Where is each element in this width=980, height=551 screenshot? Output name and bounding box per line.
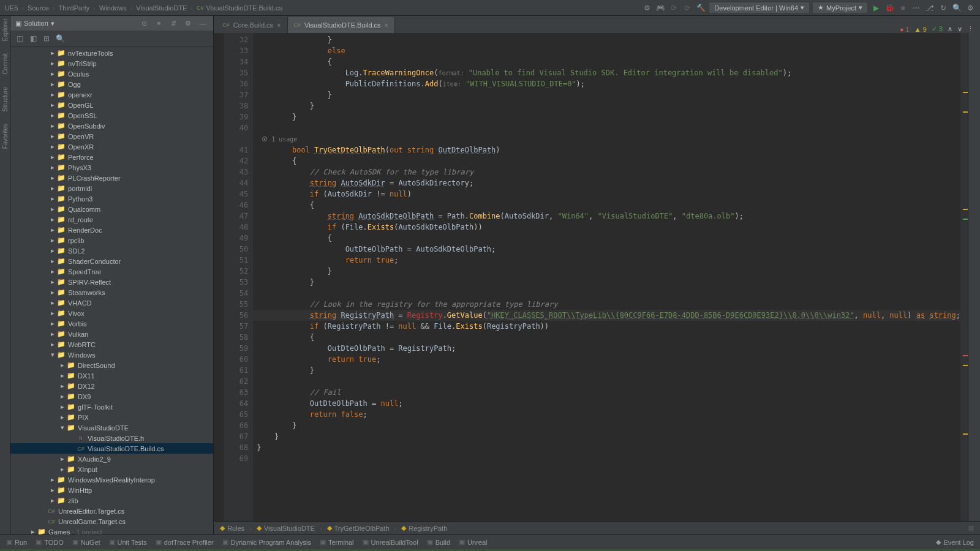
nav-down-icon[interactable]: ∨ [957, 25, 962, 33]
tree-node[interactable]: ▸📁OpenXR [10, 141, 213, 152]
tree-node[interactable]: ▸📁SPIRV-Reflect [10, 277, 213, 287]
refresh-icon[interactable]: ↻ [938, 3, 948, 13]
tree-node[interactable]: ▸📁Qualcomm [10, 204, 213, 214]
line-gutter[interactable]: 3233343536373839404142434445464748495051… [224, 33, 253, 521]
layout-icon[interactable]: ⊞ [968, 524, 974, 532]
tool-build[interactable]: ▣ Build [427, 538, 450, 546]
tree-node[interactable]: ▸📁DirectSound [10, 360, 213, 370]
tool2-icon[interactable]: ◧ [28, 33, 39, 44]
tree-node[interactable]: ▸📁XAudio2_9 [10, 454, 213, 464]
git-icon[interactable]: ⎇ [925, 3, 935, 13]
config-selector[interactable]: Development Editor | Win64 ▾ [709, 2, 809, 13]
tree-node[interactable]: ▸📁nvTextureTools [10, 48, 213, 58]
error-stripe[interactable] [960, 33, 968, 521]
bug-icon[interactable]: 🐞 [884, 3, 894, 13]
breadcrumb-item[interactable]: Windows [99, 4, 127, 12]
tool1-icon[interactable]: ◫ [14, 33, 25, 44]
tree-node[interactable]: ▸📁glTF-Toolkit [10, 402, 213, 412]
tree-node[interactable]: ▸📁OpenSubdiv [10, 121, 213, 131]
solution-header[interactable]: ▣ Solution ▾ ⊙ ≡ ⇵ ⚙ — [10, 16, 213, 31]
tree-node[interactable]: ▸📁DX9 [10, 391, 213, 402]
tree-node[interactable]: ▸📁rd_route [10, 214, 213, 225]
tree-node[interactable]: ▸📁portmidi [10, 183, 213, 193]
controller-icon[interactable]: 🎮 [655, 3, 665, 13]
tool-terminal[interactable]: ▣ Terminal [320, 538, 354, 546]
gear2-icon[interactable]: ⚙ [183, 18, 194, 29]
error-count[interactable]: ● 1 [900, 26, 910, 33]
tree-node[interactable]: ▸📁Vorbis [10, 318, 213, 329]
tool-unrealbuildtool[interactable]: ▣ UnrealBuildTool [363, 538, 418, 546]
solution-tree[interactable]: ▸📁nvTextureTools▸📁nvTriStrip▸📁Oculus▸📁Og… [10, 47, 213, 534]
tree-node[interactable]: ▸📁WebRTC [10, 339, 213, 350]
tool3-icon[interactable]: ⊞ [41, 33, 52, 44]
tree-node[interactable]: ▸📁DX11 [10, 370, 213, 381]
sync-icon[interactable]: ⟳ [669, 3, 679, 13]
tree-node[interactable]: ▸📁SpeedTree [10, 266, 213, 277]
more2-icon[interactable]: ⋮ [967, 25, 974, 33]
tree-node[interactable]: ▸📁WindowsMixedRealityInterop [10, 474, 213, 485]
pass-count[interactable]: ✓ 3 [932, 25, 943, 33]
tool-dynamic-program-analysis[interactable]: ▣ Dynamic Program Analysis [222, 538, 311, 546]
tree-node[interactable]: hVisualStudioDTE.h [10, 433, 213, 443]
tree-node[interactable]: ▸📁DX12 [10, 381, 213, 391]
tree-node[interactable]: ▸📁XInput [10, 464, 213, 474]
code-bc-item[interactable]: ◆ VisualStudioDTE [257, 524, 315, 532]
editor-tab[interactable]: C#VisualStudioDTE.Build.cs× [288, 17, 395, 33]
code-bc-item[interactable]: ◆ TryGetDteOlbPath [327, 524, 390, 532]
tree-node[interactable]: ▸📁Steamworks [10, 287, 213, 298]
tool-unit-tests[interactable]: ▣ Unit Tests [109, 538, 147, 546]
more-icon[interactable]: ⋯ [911, 3, 921, 13]
code-breadcrumb[interactable]: ◆ Rules›◆ VisualStudioDTE›◆ TryGetDteOlb… [214, 521, 980, 534]
tree-node[interactable]: ▸📁openexr [10, 89, 213, 100]
stop-icon[interactable]: ■ [898, 3, 908, 13]
tree-node[interactable]: ▸📁PIX [10, 412, 213, 422]
tree-node[interactable]: ▸📁zlib [10, 495, 213, 506]
rail-structure[interactable]: Structure [2, 87, 9, 112]
settings2-icon[interactable]: ⚙ [965, 3, 975, 13]
editor-tab[interactable]: C#Core.Build.cs× [216, 17, 287, 33]
tree-node[interactable]: ▸📁Games · 1 project [10, 527, 213, 534]
minimize-icon[interactable]: — [197, 18, 208, 29]
search2-icon[interactable]: 🔍 [55, 33, 66, 44]
nav-up-icon[interactable]: ∧ [948, 25, 952, 33]
tree-node[interactable]: ▸📁Ogg [10, 79, 213, 89]
tree-node[interactable]: ▸📁PhysX3 [10, 162, 213, 173]
event-log[interactable]: ◆ Event Log [936, 538, 974, 546]
tab-close-icon[interactable]: × [385, 21, 388, 29]
tree-node[interactable]: ▸📁OpenGL [10, 100, 213, 110]
tree-node[interactable]: C#VisualStudioDTE.Build.cs [10, 443, 213, 454]
play-icon[interactable]: ▶ [871, 3, 881, 13]
breadcrumb-item[interactable]: UE5 [5, 4, 18, 12]
tree-node[interactable]: ▸📁ShaderConductor [10, 256, 213, 266]
tree-node[interactable]: C#UnrealGame.Target.cs [10, 516, 213, 527]
tree-node[interactable]: ▾📁VisualStudioDTE [10, 422, 213, 433]
warn-count[interactable]: ▲ 9 [914, 26, 927, 33]
tool-run[interactable]: ▣ Run [6, 538, 27, 546]
search-icon[interactable]: 🔍 [952, 3, 962, 13]
tree-node[interactable]: ▸📁SDL2 [10, 246, 213, 256]
expand-icon[interactable]: ≡ [153, 18, 164, 29]
sync2-icon[interactable]: ⟳ [682, 3, 692, 13]
tree-node[interactable]: ▸📁rpclib [10, 235, 213, 246]
tree-node[interactable]: ▸📁WinHttp [10, 485, 213, 495]
breadcrumb-item[interactable]: VisualStudioDTE [136, 4, 187, 12]
rail-explorer[interactable]: Explorer [2, 18, 9, 41]
tab-close-icon[interactable]: × [277, 21, 281, 29]
breadcrumb-item[interactable]: Source [28, 4, 49, 12]
rail-favorites[interactable]: Favorites [2, 124, 9, 149]
tree-node[interactable]: ▾📁Windows [10, 350, 213, 360]
tree-node[interactable]: ▸📁Vivox [10, 308, 213, 318]
tool-unreal[interactable]: ▣ Unreal [459, 538, 487, 546]
code-bc-item[interactable]: ◆ Rules [220, 524, 244, 532]
tree-node[interactable]: ▸📁Python3 [10, 193, 213, 204]
tree-node[interactable]: ▸📁Oculus [10, 69, 213, 79]
tree-node[interactable]: ▸📁RenderDoc [10, 225, 213, 235]
hammer-icon[interactable]: 🔨 [696, 3, 706, 13]
breadcrumb-item[interactable]: ThirdParty [59, 4, 90, 12]
tool-todo[interactable]: ▣ TODO [36, 538, 64, 546]
code-bc-item[interactable]: ◆ RegistryPath [401, 524, 447, 532]
tree-node[interactable]: ▸📁OpenSSL [10, 110, 213, 121]
target-icon[interactable]: ⊙ [138, 18, 149, 29]
tool-nuget[interactable]: ▣ NuGet [72, 538, 100, 546]
tree-node[interactable]: ▸📁Perforce [10, 152, 213, 162]
